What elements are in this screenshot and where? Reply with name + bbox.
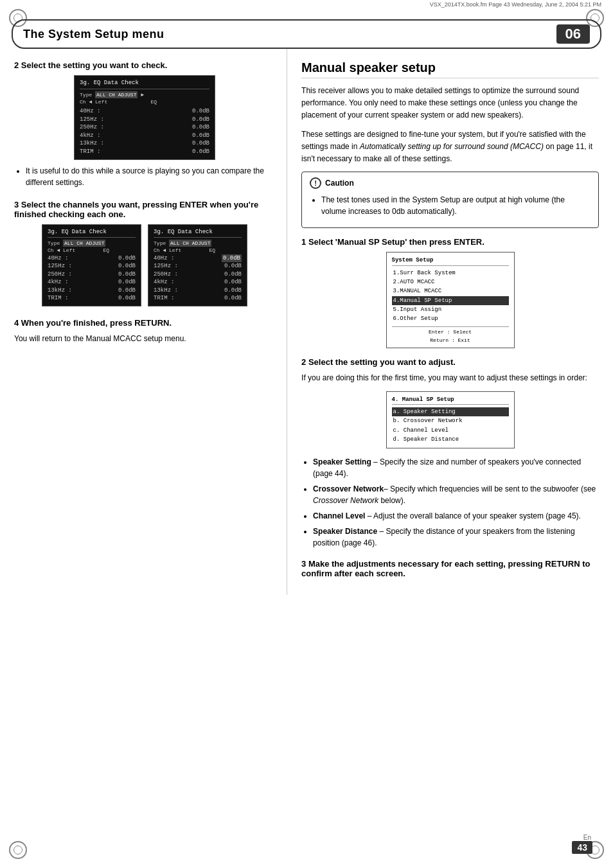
step4-heading: 4 When you're finished, press RETURN. (14, 318, 275, 328)
sp-setup-title: 4. Manual SP Setup (392, 395, 509, 405)
menu-item-3: 3.MANUAL MCACC (392, 287, 509, 296)
right-step2-body: If you are doing this for the first time… (301, 372, 599, 384)
page-number: 43 (572, 841, 592, 854)
right-column: Manual speaker setup This receiver allow… (287, 49, 601, 595)
sp-item-c: c. Channel Level (392, 426, 509, 435)
corner-decoration-bottom-left (9, 841, 27, 859)
caution-box: ! Caution The test tones used in the Sys… (301, 172, 599, 228)
step3-heading: 3 Select the channels you want, pressing… (14, 200, 275, 219)
caution-icon: ! (310, 177, 321, 189)
bullet-speaker-setting: Speaker Setting – Specify the size and n… (313, 456, 599, 479)
menu-item-6: 6.Other Setup (392, 314, 509, 323)
menu-item-1: 1.Surr Back System (392, 269, 509, 278)
sp-item-d: d. Speaker Distance (392, 435, 509, 444)
caution-bullet: The test tones used in the System Setup … (321, 194, 591, 217)
right-bullet-list: Speaker Setting – Specify the size and n… (301, 456, 599, 549)
system-setup-menu-title: System Setup (392, 256, 509, 265)
eq-screens-pair: 3g. EQ Data Check Type ALL CH ADJUST Ch … (14, 224, 275, 307)
eq-screen-left: 3g. EQ Data Check Type ALL CH ADJUST Ch … (42, 224, 141, 307)
screen-title-single: 3g. EQ Data Check (80, 79, 209, 89)
step4-body: You will return to the Manual MCACC setu… (14, 333, 275, 345)
sp-item-b: b. Crossover Network (392, 416, 509, 425)
menu-item-4: 4.Manual SP Setup (392, 296, 509, 305)
bullet-crossover: Crossover Network– Specify which frequen… (313, 483, 599, 506)
menu-item-2: 2.AUTO MCACC (392, 278, 509, 287)
caution-title: ! Caution (310, 177, 591, 189)
eq-screen-right: 3g. EQ Data Check Type ALL CH ADJUST Ch … (148, 224, 247, 307)
system-setup-menu: System Setup 1.Surr Back System 2.AUTO M… (386, 252, 515, 348)
intro-para2: These settings are designed to fine-tune… (301, 128, 599, 166)
menu-footer: Enter : SelectReturn : Exit (392, 326, 509, 345)
bullet-item: It is useful to do this while a source i… (26, 165, 275, 188)
lang-label: En (572, 834, 591, 841)
intro-para1: This receiver allows you to make detaile… (301, 85, 599, 122)
sp-item-a: a. Speaker Setting (392, 407, 509, 416)
eq-data-screen-single: 3g. EQ Data Check Type ALL CH ADJUST ► C… (74, 75, 215, 160)
step2-bullets: It is useful to do this while a source i… (14, 165, 275, 188)
section-title: Manual speaker setup (301, 60, 599, 78)
caution-bullets: The test tones used in the System Setup … (310, 194, 591, 217)
main-content: 2 Select the setting you want to check. … (12, 49, 601, 595)
bullet-channel-level: Channel Level – Adjust the overall balan… (313, 510, 599, 522)
file-info: VSX_2014TX.book.fm Page 43 Wednesday, Ju… (0, 0, 613, 8)
header-bar: The System Setup menu 06 (12, 19, 601, 49)
bullet-speaker-distance: Speaker Distance – Specify the distance … (313, 526, 599, 549)
left-column: 2 Select the setting you want to check. … (12, 49, 287, 595)
step2-heading: 2 Select the setting you want to check. (14, 60, 275, 70)
right-step2-heading: 2 Select the setting you want to adjust. (301, 357, 599, 367)
page-footer: En 43 (572, 834, 592, 854)
chapter-badge: 06 (556, 24, 590, 44)
menu-item-5: 5.Input Assign (392, 305, 509, 314)
right-step3-heading: 3 Make the adjustments necessary for eac… (301, 559, 599, 578)
right-step1-heading: 1 Select 'Manual SP Setup' then press EN… (301, 237, 599, 247)
page-title: The System Setup menu (23, 28, 164, 41)
sp-setup-menu: 4. Manual SP Setup a. Speaker Setting b.… (386, 391, 515, 448)
